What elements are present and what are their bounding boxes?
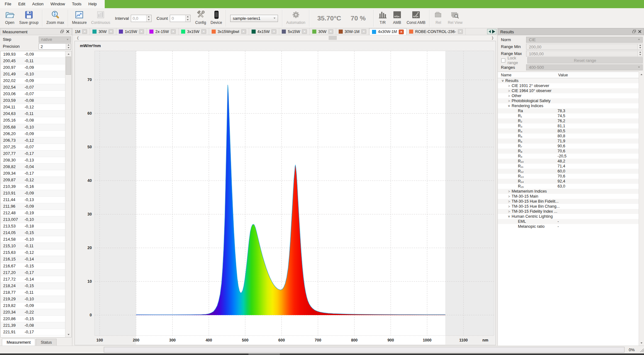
document-tab[interactable]: 5x15W× xyxy=(279,28,310,35)
tree-row[interactable]: >TM-30-15 Main xyxy=(498,194,639,199)
tree-row[interactable]: >Other xyxy=(498,93,639,98)
measurement-row[interactable]: 211,44-0,13 xyxy=(1,197,65,203)
tab-close-button[interactable]: × xyxy=(171,29,176,34)
tree-expander-icon[interactable]: > xyxy=(507,89,512,93)
tab-measurement[interactable]: Measurement xyxy=(2,339,35,346)
tree-expander-icon[interactable]: > xyxy=(507,103,511,108)
measurement-row[interactable]: 206,73-0,12 xyxy=(1,137,65,144)
tree-row[interactable]: R₁₅63,0 xyxy=(498,184,639,189)
tree-row[interactable]: >Human Centric Lighting xyxy=(498,214,639,219)
measurement-row[interactable]: 216,67-0,15 xyxy=(1,263,65,270)
tree-row[interactable]: >TM-30-15 Hue Bin Chang... xyxy=(498,204,639,209)
tab-scroll-buttons[interactable] xyxy=(486,28,497,35)
tree-row[interactable]: R₁₂60,0 xyxy=(498,169,639,174)
tab-close-button[interactable]: × xyxy=(399,30,404,34)
tree-row[interactable]: R₁₁71,4 xyxy=(498,164,639,169)
scroll-down-button[interactable] xyxy=(639,340,644,346)
measurement-row[interactable]: 206,20-0,09 xyxy=(1,131,65,137)
menu-item-tools[interactable]: Tools xyxy=(69,0,85,8)
measurement-row[interactable]: 218,24-0,15 xyxy=(1,283,65,289)
menu-item-window[interactable]: Window xyxy=(47,0,69,8)
measurement-row[interactable]: 200,45-0,11 xyxy=(1,58,65,64)
tree-expander-icon[interactable]: > xyxy=(507,189,512,193)
measurement-row[interactable]: 208,30-0,13 xyxy=(1,157,65,164)
measurement-row[interactable]: 212,48-0,19 xyxy=(1,210,65,216)
tree-expander-icon[interactable]: > xyxy=(507,199,512,203)
document-tab[interactable]: 1M× xyxy=(72,28,90,35)
tree-row[interactable]: R₁₀48,2 xyxy=(498,159,639,164)
measurement-row[interactable]: 202,02-0,09 xyxy=(1,78,65,84)
close-panel-button[interactable] xyxy=(66,30,69,34)
tab-close-button[interactable]: × xyxy=(201,29,206,34)
menu-item-edit[interactable]: Edit xyxy=(15,0,29,8)
menu-item-file[interactable]: File xyxy=(1,0,15,8)
chart-horizontal-scrollbar[interactable]: ❬ ❭ xyxy=(75,35,496,41)
document-tab[interactable]: 30W-1M× xyxy=(336,28,369,35)
measurement-row[interactable]: 217,72-0,14 xyxy=(1,276,65,283)
tree-expander-icon[interactable]: > xyxy=(507,94,512,98)
tab-close-button[interactable]: × xyxy=(458,29,463,34)
tree-row[interactable]: >TM-30-15 Hue Bin Fidelit... xyxy=(498,199,639,204)
tree-row[interactable]: Ra78,3 xyxy=(498,108,639,113)
spectrum-chart[interactable]: 0102030405060701002003004005006007008009… xyxy=(75,41,496,345)
measurement-row[interactable]: 213,53-0,18 xyxy=(1,223,65,230)
measurement-row[interactable]: 203,59-0,08 xyxy=(1,97,65,104)
document-tab[interactable]: 1x15W× xyxy=(116,28,147,35)
measurement-row[interactable]: 210,91-0,09 xyxy=(1,190,65,197)
hscroll-thumb[interactable] xyxy=(329,36,337,40)
measurement-row[interactable]: 208,82-0,04 xyxy=(1,164,65,170)
tree-row[interactable]: R₃81,1 xyxy=(498,123,639,128)
document-tab[interactable]: 3x15W× xyxy=(179,28,209,35)
tab-close-button[interactable]: × xyxy=(361,29,366,34)
scrollbar-thumb[interactable] xyxy=(66,57,71,75)
measurement-row[interactable]: 214,58-0,10 xyxy=(1,236,65,243)
scrollbar-track[interactable] xyxy=(639,77,644,340)
tree-row[interactable]: R₁₄92,4 xyxy=(498,179,639,184)
count-spinner[interactable] xyxy=(185,15,190,22)
precision-spinner[interactable] xyxy=(66,44,71,49)
tree-row[interactable]: Melanopic ratio- xyxy=(498,224,639,229)
document-tab[interactable]: 30W× xyxy=(310,28,336,35)
tree-expander-icon[interactable]: > xyxy=(507,99,512,103)
measurement-row[interactable]: 207,77-0,17 xyxy=(1,150,65,157)
count-input[interactable]: 0 xyxy=(170,15,191,22)
menu-item-action[interactable]: Action xyxy=(29,0,47,8)
measurement-row[interactable]: 204,11-0,12 xyxy=(1,104,65,111)
tree-expander-icon[interactable]: > xyxy=(507,194,512,198)
scroll-right-icon[interactable]: ❭ xyxy=(491,36,494,40)
measurement-row[interactable]: 221,91-0,17 xyxy=(1,329,65,336)
tree-expander-icon[interactable]: > xyxy=(507,205,512,208)
scroll-down-button[interactable] xyxy=(65,332,71,337)
tree-expander-icon[interactable]: > xyxy=(507,210,512,213)
tree-row[interactable]: R₆71,9 xyxy=(498,139,639,144)
measurement-row[interactable]: 204,63-0,11 xyxy=(1,111,65,117)
tab-close-button[interactable]: × xyxy=(271,29,276,34)
sample-series-combobox[interactable]: sample-series1 xyxy=(230,15,278,22)
measurement-table-scrollbar[interactable] xyxy=(65,51,71,337)
measurement-row[interactable]: 200,97-0,09 xyxy=(1,64,65,71)
scroll-up-button[interactable] xyxy=(65,51,71,57)
measurement-row[interactable]: 209,34-0,17 xyxy=(1,170,65,177)
tree-row[interactable]: R₉-20,5 xyxy=(498,154,639,159)
measurement-row[interactable]: 214,05-0,15 xyxy=(1,230,65,236)
measurement-row[interactable]: 209,87-0,12 xyxy=(1,177,65,183)
float-panel-button[interactable] xyxy=(60,30,64,34)
document-tab[interactable]: 3x15Wrgbwl× xyxy=(209,28,249,35)
measurement-row[interactable]: 201,49-0,10 xyxy=(1,71,65,78)
measurement-row[interactable]: 205,16-0,08 xyxy=(1,117,65,124)
close-panel-button[interactable] xyxy=(638,30,641,34)
save-group-button[interactable]: Save group xyxy=(17,8,41,28)
tab-close-button[interactable]: × xyxy=(82,29,87,34)
document-tab[interactable]: 4x15W× xyxy=(249,28,280,35)
float-panel-button[interactable] xyxy=(632,30,636,34)
measurement-row[interactable]: 220,34-0,22 xyxy=(1,309,65,316)
measurement-row[interactable]: 220,86-0,15 xyxy=(1,316,65,322)
tree-row[interactable]: >Results xyxy=(498,78,639,83)
measurement-row[interactable]: 215,63-0,12 xyxy=(1,249,65,256)
tab-status[interactable]: Status xyxy=(36,339,56,346)
tree-row[interactable]: R₅80,8 xyxy=(498,134,639,139)
tab-close-button[interactable]: × xyxy=(108,29,114,34)
tree-expander-icon[interactable]: > xyxy=(507,84,512,88)
tree-row[interactable]: >TM-30-15 Fidelity Index ... xyxy=(498,209,639,214)
zoom-max-button[interactable]: Zoom max xyxy=(44,8,66,28)
